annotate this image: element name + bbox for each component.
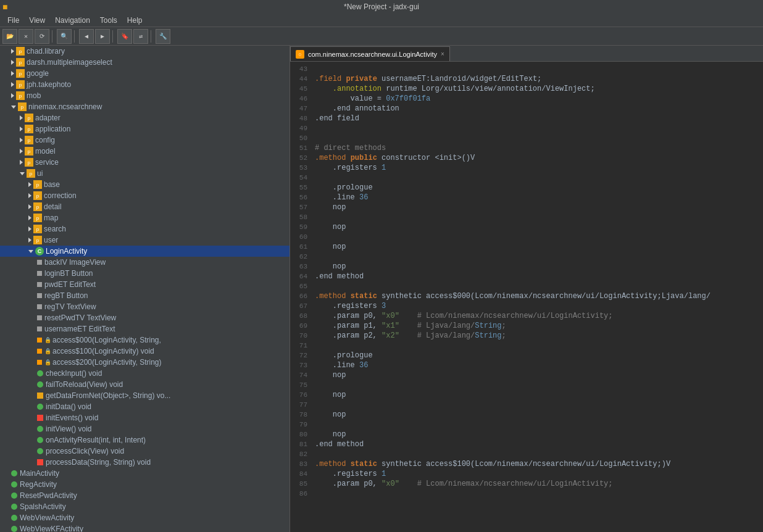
package-icon: p <box>33 214 42 222</box>
code-content[interactable]: 43 44 .field private usernameET:Landroid… <box>290 62 763 532</box>
code-line-45: 45 .annotation runtime Lorg/xutils/view/… <box>290 84 763 94</box>
line-text <box>312 64 315 74</box>
tree-correction[interactable]: p correction <box>0 190 290 201</box>
package-icon: p <box>33 236 42 244</box>
line-text <box>312 123 315 133</box>
tab-label: com.ninemax.ncsearchnew.ui.LoginActivity <box>308 51 437 58</box>
package-icon: p <box>16 91 25 100</box>
tree-failToReload[interactable]: failToReload(View) void <box>0 379 290 390</box>
tree-initEvents[interactable]: initEvents() void <box>0 412 290 423</box>
tree-service[interactable]: p service <box>0 157 290 168</box>
menu-tools[interactable]: Tools <box>95 15 122 26</box>
tree-RegActivity[interactable]: RegActivity <box>0 479 290 490</box>
search-button[interactable]: 🔍 <box>57 29 72 44</box>
expand-icon <box>11 93 14 98</box>
field-square-icon <box>37 326 42 331</box>
sync-button[interactable]: ⇄ <box>133 29 148 44</box>
code-line-69: 69 .param p1, "x1" # Ljava/lang/String; <box>290 321 763 331</box>
tree-chad-library[interactable]: p chad.library <box>0 46 290 57</box>
forward-button[interactable]: ▶ <box>95 29 110 44</box>
code-line-48: 48 .end field <box>290 114 763 123</box>
tree-access000[interactable]: 🔒 access$000(LoginActivity, String, <box>0 335 290 346</box>
line-number: 62 <box>290 252 312 262</box>
tree-initData[interactable]: initData() void <box>0 401 290 412</box>
tree-label: access$000(LoginActivity, String, <box>52 336 161 344</box>
wrench-button[interactable]: 🔧 <box>156 29 170 44</box>
line-number: 54 <box>290 173 312 183</box>
line-text: .annotation runtime Lorg/xutils/view/ann… <box>312 84 595 94</box>
tree-base[interactable]: p base <box>0 179 290 190</box>
line-text: .prologue <box>312 183 373 193</box>
line-number: 53 <box>290 163 312 173</box>
line-text: value = 0x7f0f01fa <box>312 94 430 104</box>
class-green-icon <box>11 515 17 521</box>
tree-regTV[interactable]: regTV TextView <box>0 301 290 312</box>
tree-processClick[interactable]: processClick(View) void <box>0 446 290 457</box>
tree-label: initData() void <box>46 402 91 411</box>
tree-WebViewKFActivity[interactable]: WebViewKFActivity <box>0 523 290 532</box>
line-text <box>312 420 315 430</box>
tree-SpalshActivity[interactable]: SpalshActivity <box>0 501 290 512</box>
tree-ui[interactable]: p ui <box>0 168 290 179</box>
tree-search[interactable]: p search <box>0 223 290 235</box>
editor-tab[interactable]: ○ com.ninemax.ncsearchnew.ui.LoginActivi… <box>290 46 450 61</box>
tree-getDataFromNet[interactable]: getDataFromNet(Object>, String) vo... <box>0 390 290 401</box>
tree-onActivityResult[interactable]: onActivityResult(int, int, Intent) <box>0 434 290 446</box>
bookmark-button[interactable]: 🔖 <box>117 29 132 44</box>
tree-MainActivity[interactable]: MainActivity <box>0 468 290 479</box>
tab-close-button[interactable]: × <box>441 51 444 57</box>
tree-label: processData(String, String) void <box>46 458 151 467</box>
tree-label: processClick(View) void <box>46 447 124 455</box>
line-text: .field private usernameET:Landroid/widge… <box>312 74 541 84</box>
tree-loginBT[interactable]: loginBT Button <box>0 268 290 279</box>
tree-ninemax[interactable]: p ninemax.ncsearchnew <box>0 101 290 112</box>
tree-pwdET[interactable]: pwdET EditText <box>0 279 290 290</box>
menu-view[interactable]: View <box>24 15 50 26</box>
menu-help[interactable]: Help <box>122 15 148 26</box>
line-text <box>312 341 315 351</box>
tree-adapter[interactable]: p adapter <box>0 112 290 123</box>
code-line-65: 65 <box>290 281 763 291</box>
method-green-icon <box>37 426 43 432</box>
tree-resetPwdTV[interactable]: resetPwdTV TextView <box>0 312 290 323</box>
tree-user[interactable]: p user <box>0 235 290 246</box>
file-tree-panel: p chad.library p darsh.multipleimagesele… <box>0 46 290 532</box>
tree-login-activity[interactable]: C LoginActivity <box>0 246 290 257</box>
tree-map[interactable]: p map <box>0 212 290 223</box>
back-button[interactable]: ◀ <box>79 29 94 44</box>
menu-file[interactable]: File <box>2 15 24 26</box>
code-line-67: 67 .registers 3 <box>290 301 763 311</box>
tree-google[interactable]: p google <box>0 68 290 79</box>
open-button[interactable]: 📂 <box>2 29 17 44</box>
tree-mob[interactable]: p mob <box>0 90 290 101</box>
tree-config[interactable]: p config <box>0 135 290 146</box>
tree-label: initView() void <box>46 425 91 433</box>
tree-ResetPwdActivity[interactable]: ResetPwdActivity <box>0 490 290 501</box>
tree-initView[interactable]: initView() void <box>0 423 290 434</box>
tree-usernameET[interactable]: usernameET EditText <box>0 323 290 335</box>
line-number: 65 <box>290 281 312 291</box>
line-text <box>312 380 315 390</box>
tree-checkInput[interactable]: checkInput() void <box>0 368 290 379</box>
package-icon: p <box>25 114 33 122</box>
tree-access200[interactable]: 🔒 access$200(LoginActivity, String) <box>0 357 290 368</box>
tree-regBT[interactable]: regBT Button <box>0 290 290 301</box>
tree-jph[interactable]: p jph.takephoto <box>0 79 290 90</box>
menu-navigation[interactable]: Navigation <box>50 15 95 26</box>
tree-backIV[interactable]: backIV ImageView <box>0 257 290 268</box>
tree-application[interactable]: p application <box>0 123 290 135</box>
tree-access100[interactable]: 🔒 access$100(LoginActivity) void <box>0 346 290 357</box>
tree-processData[interactable]: processData(String, String) void <box>0 457 290 468</box>
tree-model[interactable]: p model <box>0 146 290 157</box>
tree-darsh[interactable]: p darsh.multipleimageselect <box>0 57 290 68</box>
line-number: 67 <box>290 301 312 311</box>
line-text: nop <box>312 370 346 380</box>
close-button[interactable]: ✕ <box>19 29 33 44</box>
tree-detail[interactable]: p detail <box>0 201 290 212</box>
tree-label: ui <box>37 169 43 178</box>
method-green-icon <box>37 370 43 376</box>
refresh-button[interactable]: ⟳ <box>35 29 49 44</box>
tree-WebViewActivity[interactable]: WebViewActivity <box>0 512 290 523</box>
tree-label: adapter <box>35 114 60 122</box>
class-icon: C <box>35 247 44 256</box>
